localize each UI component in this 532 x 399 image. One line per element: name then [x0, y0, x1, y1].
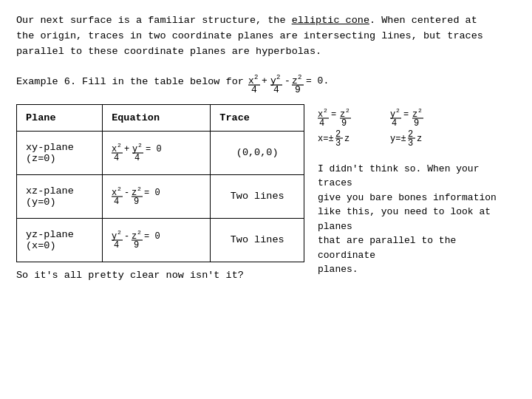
main-formula-svg: x 2 4 + y 2 4 - z 2 9 = 0. [248, 70, 337, 94]
svg-text:-: - [124, 188, 129, 198]
right-formula-1: x 2 4 = z 2 9 x=± 2 3 z [318, 104, 377, 149]
svg-text:2: 2 [117, 185, 121, 192]
trace-yz: Two lines [211, 218, 304, 262]
so-text: So it's all pretty clear now isn't it? [16, 270, 304, 281]
svg-text:2: 2 [276, 74, 280, 81]
svg-text:2: 2 [137, 229, 141, 236]
svg-text:4: 4 [392, 118, 397, 129]
plane-yz: yz-plane(x=0) [17, 218, 103, 262]
formula-yz-svg: y 2 4 - z 2 9 = 0 [112, 226, 177, 251]
svg-text:y=±: y=± [390, 134, 406, 144]
svg-text:9: 9 [341, 118, 347, 129]
example-label-row: Example 6. Fill in the table below for x… [16, 70, 516, 94]
svg-text:2: 2 [138, 142, 142, 149]
header-plane: Plane [17, 104, 103, 131]
svg-text:z: z [344, 134, 349, 144]
svg-text:4: 4 [114, 153, 119, 163]
svg-text:2: 2 [396, 107, 400, 114]
plane-xy: xy-plane(z=0) [17, 131, 103, 174]
trace-xz: Two lines [211, 174, 304, 218]
svg-text:4: 4 [319, 118, 324, 129]
svg-text:3: 3 [408, 138, 413, 149]
formula-xz-svg: x 2 4 - z 2 9 = 0 [112, 183, 177, 208]
svg-text:4: 4 [134, 153, 140, 163]
plane-xz: xz-plane(y=0) [17, 174, 103, 218]
right-formula-2: y 2 4 = z 2 9 y=± 2 3 z [390, 104, 449, 149]
svg-text:9: 9 [295, 84, 301, 94]
svg-text:9: 9 [134, 197, 139, 207]
header-trace: Trace [211, 104, 304, 131]
svg-text:-: - [284, 75, 290, 86]
svg-text:= 0: = 0 [144, 231, 160, 242]
svg-text:z: z [417, 134, 422, 144]
header-equation: Equation [103, 104, 211, 131]
svg-text:= 0.: = 0. [306, 75, 329, 86]
left-column: Plane Equation Trace xy-plane(z=0) x 2 [16, 104, 304, 281]
table-row: yz-plane(x=0) y 2 4 - z 2 [17, 218, 304, 262]
elliptic-cone-term: elliptic cone [292, 15, 369, 26]
page: Our next surface is a familiar structure… [0, 0, 532, 399]
svg-text:2: 2 [137, 185, 141, 192]
example-label: Example 6. Fill in the table below for [16, 76, 244, 87]
trace-table: Plane Equation Trace xy-plane(z=0) x 2 [16, 104, 304, 262]
svg-text:x=±: x=± [318, 134, 334, 144]
svg-text:-: - [124, 231, 129, 242]
svg-text:=: = [331, 109, 336, 120]
svg-text:+: + [262, 75, 267, 86]
equation-yz: y 2 4 - z 2 9 = 0 [103, 218, 211, 262]
intro-paragraph: Our next surface is a familiar structure… [16, 13, 516, 60]
svg-text:2: 2 [418, 107, 422, 114]
equation-xz: x 2 4 - z 2 9 = 0 [103, 174, 211, 218]
right-explanation-text: I didn't think so. When your traces give… [318, 162, 516, 277]
main-content: Plane Equation Trace xy-plane(z=0) x 2 [16, 104, 516, 281]
svg-text:4: 4 [251, 84, 257, 94]
svg-text:+: + [124, 144, 129, 154]
right-formulas: x 2 4 = z 2 9 x=± 2 3 z [318, 104, 516, 149]
svg-text:9: 9 [134, 240, 139, 250]
svg-text:= 0: = 0 [144, 188, 160, 198]
svg-text:2: 2 [298, 74, 301, 81]
svg-text:2: 2 [117, 229, 121, 236]
formula-xy-svg: x 2 4 + y 2 4 = 0 [112, 139, 177, 164]
svg-text:= 0: = 0 [146, 144, 162, 154]
svg-text:2: 2 [254, 74, 258, 81]
svg-text:9: 9 [414, 118, 419, 129]
svg-text:2: 2 [117, 142, 121, 149]
equation-xy: x 2 4 + y 2 4 = 0 [103, 131, 211, 174]
svg-text:4: 4 [114, 197, 119, 207]
svg-text:3: 3 [335, 138, 341, 149]
svg-text:4: 4 [114, 240, 119, 250]
svg-text:4: 4 [273, 84, 279, 94]
right-column: x 2 4 = z 2 9 x=± 2 3 z [318, 104, 516, 281]
trace-xy: (0,0,0) [211, 131, 304, 174]
table-row: xy-plane(z=0) x 2 4 + y 2 [17, 131, 304, 174]
table-row: xz-plane(y=0) x 2 4 - z 2 [17, 174, 304, 218]
svg-text:=: = [403, 109, 409, 120]
svg-text:2: 2 [324, 107, 327, 114]
svg-text:2: 2 [346, 107, 349, 114]
